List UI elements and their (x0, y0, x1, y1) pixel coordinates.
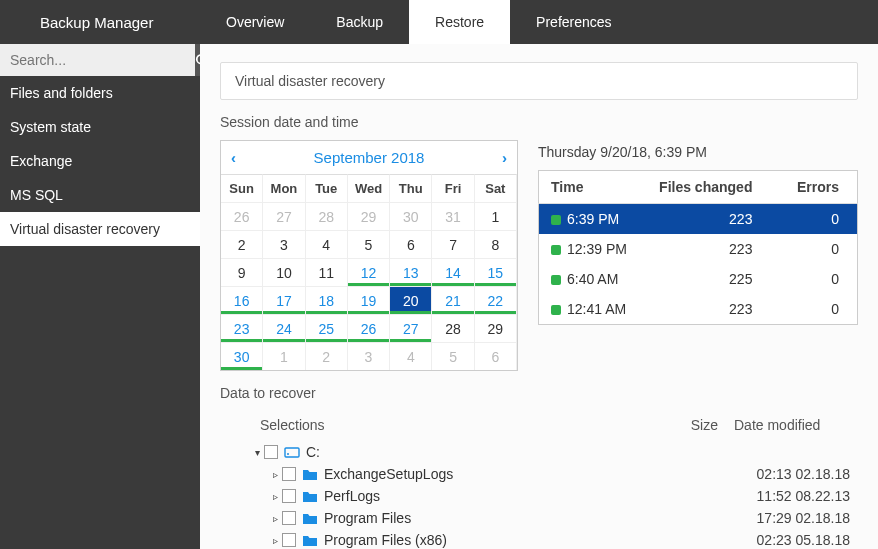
expand-icon[interactable]: ▹ (268, 535, 282, 546)
calendar-day: 29 (348, 202, 390, 230)
tab-restore[interactable]: Restore (409, 0, 510, 44)
calendar-day[interactable]: 25 (306, 314, 348, 342)
session-col: Time (539, 171, 643, 204)
session-row[interactable]: 6:40 AM2250 (539, 264, 858, 294)
status-dot-icon (551, 305, 561, 315)
calendar-day: 6 (475, 342, 517, 370)
calendar-day[interactable]: 22 (475, 286, 517, 314)
calendar-day[interactable]: 17 (263, 286, 305, 314)
calendar-day[interactable]: 29 (475, 314, 517, 342)
session-row[interactable]: 12:39 PM2230 (539, 234, 858, 264)
expand-icon[interactable]: ▹ (268, 491, 282, 502)
calendar-dow: Fri (432, 174, 474, 202)
tab-preferences[interactable]: Preferences (510, 0, 637, 44)
sidebar-item-system-state[interactable]: System state (0, 110, 200, 144)
calendar-dow: Thu (390, 174, 432, 202)
calendar-day[interactable]: 23 (221, 314, 263, 342)
calendar-day[interactable]: 2 (221, 230, 263, 258)
content: Virtual disaster recovery Session date a… (200, 44, 878, 549)
session-errors: 0 (782, 234, 857, 264)
top-bar: Backup Manager OverviewBackupRestorePref… (0, 0, 878, 44)
tree-item-modified: 17:29 02.18.18 (718, 510, 858, 526)
calendar-day[interactable]: 7 (432, 230, 474, 258)
calendar-day[interactable]: 13 (390, 258, 432, 286)
calendar-day[interactable]: 14 (432, 258, 474, 286)
chevron-left-icon: ‹ (231, 149, 236, 166)
tab-backup[interactable]: Backup (310, 0, 409, 44)
calendar-day[interactable]: 15 (475, 258, 517, 286)
calendar-day[interactable]: 19 (348, 286, 390, 314)
calendar-day[interactable]: 16 (221, 286, 263, 314)
session-changed: 223 (642, 234, 782, 264)
data-section-label: Data to recover (220, 385, 858, 401)
sidebar-item-ms-sql[interactable]: MS SQL (0, 178, 200, 212)
tree-item[interactable]: ▹PerfLogs11:52 08.22.13 (250, 485, 858, 507)
calendar-day[interactable]: 18 (306, 286, 348, 314)
tree-item-modified: 11:52 08.22.13 (718, 488, 858, 504)
calendar-day: 1 (263, 342, 305, 370)
session-section-label: Session date and time (220, 114, 858, 130)
checkbox[interactable] (282, 489, 296, 503)
calendar-day: 31 (432, 202, 474, 230)
calendar-day[interactable]: 10 (263, 258, 305, 286)
folder-icon (302, 468, 318, 481)
sidebar-item-files-and-folders[interactable]: Files and folders (0, 76, 200, 110)
tree-item[interactable]: ▹Program Files17:29 02.18.18 (250, 507, 858, 529)
tree-item[interactable]: ▹Program Files (x86)02:23 05.18.18 (250, 529, 858, 549)
calendar-day[interactable]: 5 (348, 230, 390, 258)
status-dot-icon (551, 275, 561, 285)
tree-item-label: Program Files (x86) (324, 532, 628, 548)
tree-col-size: Size (628, 417, 718, 433)
calendar-day[interactable]: 6 (390, 230, 432, 258)
session-row[interactable]: 12:41 AM2230 (539, 294, 858, 325)
search (0, 44, 200, 76)
sidebar-item-exchange[interactable]: Exchange (0, 144, 200, 178)
calendar-day[interactable]: 8 (475, 230, 517, 258)
calendar-day[interactable]: 9 (221, 258, 263, 286)
session-time: 6:39 PM (567, 211, 619, 227)
calendar-day[interactable]: 30 (221, 342, 263, 370)
sidebar-item-virtual-disaster-recovery[interactable]: Virtual disaster recovery (0, 212, 200, 246)
search-input[interactable] (0, 44, 195, 76)
checkbox[interactable] (282, 467, 296, 481)
calendar-dow: Mon (263, 174, 305, 202)
calendar-next[interactable]: › (502, 149, 507, 166)
calendar-day[interactable]: 27 (390, 314, 432, 342)
tab-overview[interactable]: Overview (200, 0, 310, 44)
session-row[interactable]: 6:39 PM2230 (539, 204, 858, 235)
checkbox[interactable] (282, 533, 296, 547)
tree-item-label: Program Files (324, 510, 628, 526)
calendar-day[interactable]: 24 (263, 314, 305, 342)
calendar-day[interactable]: 26 (348, 314, 390, 342)
checkbox[interactable] (264, 445, 278, 459)
tree-item[interactable]: ▹ExchangeSetupLogs02:13 02.18.18 (250, 463, 858, 485)
calendar-day[interactable]: 4 (306, 230, 348, 258)
calendar-day[interactable]: 21 (432, 286, 474, 314)
calendar-day[interactable]: 3 (263, 230, 305, 258)
calendar-day[interactable]: 11 (306, 258, 348, 286)
session-time: 6:40 AM (567, 271, 618, 287)
collapse-icon[interactable]: ▾ (250, 447, 264, 458)
status-dot-icon (551, 215, 561, 225)
calendar: ‹ September 2018 › SunMonTueWedThuFriSat… (220, 140, 518, 371)
session-errors: 0 (782, 264, 857, 294)
chevron-right-icon: › (502, 149, 507, 166)
calendar-day[interactable]: 1 (475, 202, 517, 230)
checkbox[interactable] (282, 511, 296, 525)
session-selected-title: Thursday 9/20/18, 6:39 PM (538, 144, 858, 160)
svg-rect-2 (285, 448, 299, 457)
calendar-month-label[interactable]: September 2018 (314, 149, 425, 166)
tree-col-modified: Date modified (718, 417, 858, 433)
calendar-day[interactable]: 12 (348, 258, 390, 286)
calendar-day: 30 (390, 202, 432, 230)
sidebar: Files and foldersSystem stateExchangeMS … (0, 44, 200, 549)
tree-item-label: PerfLogs (324, 488, 628, 504)
calendar-prev[interactable]: ‹ (231, 149, 236, 166)
session-errors: 0 (782, 204, 857, 235)
expand-icon[interactable]: ▹ (268, 469, 282, 480)
calendar-day[interactable]: 20 (390, 286, 432, 314)
tree-root[interactable]: ▾ C: (250, 441, 858, 463)
expand-icon[interactable]: ▹ (268, 513, 282, 524)
session-time: 12:39 PM (567, 241, 627, 257)
calendar-day[interactable]: 28 (432, 314, 474, 342)
